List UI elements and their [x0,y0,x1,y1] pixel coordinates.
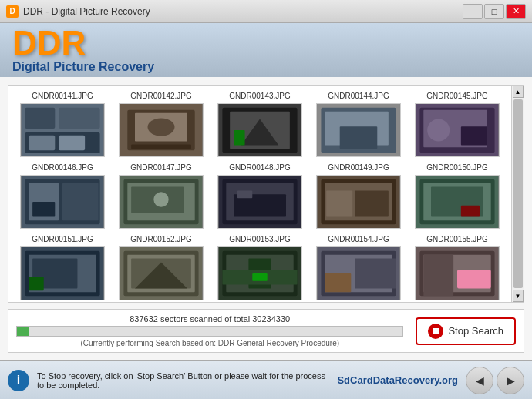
image-thumb-155[interactable] [415,246,500,300]
image-cell-147[interactable]: GNDR00147.JPG [113,163,209,229]
stop-icon [428,324,443,339]
image-label-147: GNDR00147.JPG [130,163,191,172]
image-thumb-145[interactable] [415,103,500,157]
progress-sectors-text: 837632 sectors scanned of total 30234330 [16,314,403,324]
app-header: DDR Digital Picture Recovery [0,23,532,77]
window-controls: ─ □ ✕ [463,4,526,19]
image-cell-144[interactable]: GNDR00144.JPG [311,92,406,157]
image-row-3: GNDR00151.JPG GNDR00152.JPG [15,235,505,300]
svg-rect-65 [252,273,267,281]
image-cell-153[interactable]: GNDR00153.JPG [212,235,308,300]
image-label-152: GNDR00152.JPG [130,235,191,243]
progress-area: 837632 sectors scanned of total 30234330… [8,309,524,353]
image-label-149: GNDR00149.JPG [328,163,389,172]
stop-icon-square [433,328,439,334]
window-title: DDR - Digital Picture Recovery [23,6,150,17]
progress-subtext: (Currently performing Search based on: D… [16,339,403,347]
image-thumb-151[interactable] [20,246,105,300]
svg-rect-4 [29,136,55,150]
image-label-142: GNDR00142.JPG [130,92,191,100]
image-cell-150[interactable]: GNDR00150.JPG [409,163,505,229]
image-label-155: GNDR00155.JPG [426,235,487,243]
image-thumb-143[interactable] [217,103,302,157]
title-bar-left: D DDR - Digital Picture Recovery [6,5,150,18]
image-cell-146[interactable]: GNDR00146.JPG [15,163,110,229]
svg-point-34 [153,192,168,206]
svg-rect-2 [59,108,99,129]
image-thumb-147[interactable] [119,175,204,229]
image-row-labels-1: GNDR00141.JPG GNDR00142.JPG [15,92,505,157]
app-subtitle: Digital Picture Recovery [12,60,154,74]
svg-rect-23 [461,126,487,145]
image-cell-148[interactable]: GNDR00148.JPG [212,163,308,229]
image-thumb-144[interactable] [316,103,401,157]
svg-rect-43 [355,190,389,216]
svg-rect-15 [234,130,245,145]
svg-rect-39 [237,190,252,198]
stop-search-button[interactable]: Stop Search [416,317,516,345]
image-label-145: GNDR00145.JPG [426,92,487,100]
image-cell-142[interactable]: GNDR00142.JPG [113,92,209,157]
svg-rect-75 [423,255,453,296]
image-label-143: GNDR00143.JPG [229,92,290,100]
image-thumb-154[interactable] [316,246,401,300]
image-thumb-149[interactable] [316,175,401,229]
nav-buttons: ◀ ▶ [466,367,524,394]
image-cell-149[interactable]: GNDR00149.JPG [311,163,406,229]
image-cell-155[interactable]: GNDR00155.JPG [409,235,505,300]
scroll-thumb[interactable] [513,99,523,288]
image-thumb-146[interactable] [20,175,105,229]
image-label-150: GNDR00150.JPG [426,163,487,172]
forward-button[interactable]: ▶ [497,367,524,394]
stop-button-label: Stop Search [448,325,503,337]
svg-rect-1 [25,108,55,129]
minimize-button[interactable]: ─ [463,4,483,19]
maximize-button[interactable]: □ [484,4,504,19]
scrollbar[interactable]: ▲ ▼ [511,86,524,302]
image-cell-152[interactable]: GNDR00152.JPG [113,235,209,300]
image-thumb-141[interactable] [20,103,105,157]
svg-rect-28 [62,183,99,221]
image-cell-151[interactable]: GNDR00151.JPG [15,235,110,300]
image-label-151: GNDR00151.JPG [32,235,93,243]
close-button[interactable]: ✕ [506,4,526,19]
image-grid-scroll[interactable]: GNDR00141.JPG GNDR00142.JPG [8,86,511,302]
svg-rect-44 [326,190,352,216]
progress-bar-fill [17,327,29,336]
app-logo: DDR [12,26,154,60]
main-content: GNDR00141.JPG GNDR00142.JPG [0,77,532,360]
image-cell-141[interactable]: GNDR00141.JPG [15,92,110,157]
image-label-141: GNDR00141.JPG [32,92,93,100]
image-label-153: GNDR00153.JPG [229,235,290,243]
bottom-logo: SdCardDataRecovery.org [337,374,458,386]
svg-point-24 [427,119,450,141]
scroll-up-button[interactable]: ▲ [513,86,524,98]
image-thumb-150[interactable] [415,175,500,229]
svg-rect-49 [461,206,480,217]
bottom-info-text: To Stop recovery, click on 'Stop Search'… [37,371,329,390]
image-cell-145[interactable]: GNDR00145.JPG [409,92,505,157]
image-label-148: GNDR00148.JPG [229,163,290,172]
svg-rect-74 [457,270,491,288]
scroll-down-button[interactable]: ▼ [513,290,524,302]
progress-row: 837632 sectors scanned of total 30234330… [16,314,516,347]
image-label-154: GNDR00154.JPG [328,235,389,243]
svg-rect-10 [131,144,191,149]
svg-rect-19 [340,126,378,149]
svg-rect-54 [29,277,43,290]
svg-point-9 [148,118,175,136]
image-label-146: GNDR00146.JPG [32,163,93,172]
image-thumb-153[interactable] [217,246,302,300]
image-thumb-148[interactable] [217,175,302,229]
back-button[interactable]: ◀ [466,367,493,394]
svg-rect-29 [32,202,55,216]
image-thumb-152[interactable] [119,246,204,300]
image-thumb-142[interactable] [119,103,204,157]
progress-bar [16,326,403,337]
svg-rect-69 [355,259,396,289]
image-cell-154[interactable]: GNDR00154.JPG [311,235,406,300]
info-icon: i [8,370,29,391]
image-cell-143[interactable]: GNDR00143.JPG [212,92,308,157]
svg-rect-70 [325,273,351,292]
svg-rect-5 [59,136,85,150]
